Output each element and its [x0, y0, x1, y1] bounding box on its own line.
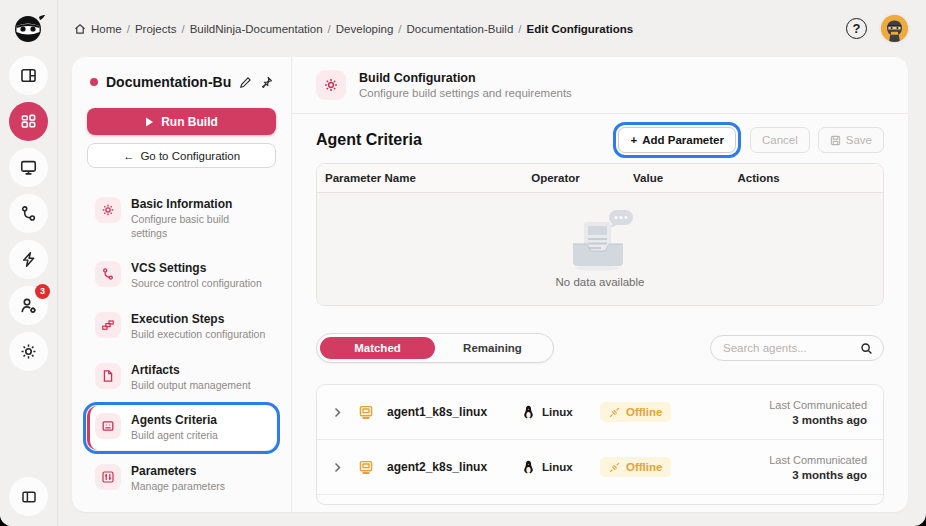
- sidebar-item-agents-criteria[interactable]: Agents Criteria Build agent criteria: [87, 406, 276, 450]
- agent-machine-icon: [358, 404, 374, 420]
- breadcrumb: Home / Projects / BuildNinja-Documentati…: [74, 23, 633, 35]
- table-header: Parameter Name Operator Value Actions: [317, 164, 883, 193]
- nav-text: Parameters Manage parameters: [131, 464, 225, 494]
- agent-os: Linux: [542, 406, 600, 418]
- search-icon[interactable]: [860, 342, 873, 355]
- agent-row-partial: [317, 495, 883, 504]
- tab-matched[interactable]: Matched: [320, 337, 435, 359]
- nav-desc: Manage parameters: [131, 480, 225, 494]
- sidebar-title-row: Documentation-Bu...: [87, 74, 276, 90]
- steps-icon: [95, 312, 121, 338]
- breadcrumb-separator: /: [127, 23, 130, 35]
- nav-text: Basic Information Configure basic build …: [131, 197, 268, 240]
- breadcrumb-item[interactable]: Documentation-Build: [407, 23, 514, 35]
- settings-gear-icon[interactable]: [9, 332, 48, 371]
- nav-desc: Build execution configuration: [131, 328, 265, 342]
- last-communicated-label: Last Communicated: [769, 399, 867, 411]
- sidebar-item-vcs-settings[interactable]: VCS Settings Source control configuratio…: [87, 254, 276, 298]
- sidebar-item-execution-steps[interactable]: Execution Steps Build execution configur…: [87, 305, 276, 349]
- nav-label: VCS Settings: [131, 261, 262, 276]
- edit-icon[interactable]: [239, 76, 252, 89]
- nav-label: Execution Steps: [131, 312, 265, 327]
- content-column: Home / Projects / BuildNinja-Documentati…: [58, 0, 926, 526]
- main-card: Documentation-Bu... Run Build: [72, 57, 908, 512]
- gear-icon: [95, 197, 121, 223]
- user-avatar[interactable]: [881, 15, 908, 42]
- go-to-configuration-button[interactable]: ← Go to Configuration: [87, 143, 276, 168]
- apps-grid-icon[interactable]: [9, 102, 48, 141]
- main-body: Agent Criteria + Add Parameter Cancel Sa…: [292, 114, 908, 512]
- column-parameter-name: Parameter Name: [325, 172, 531, 184]
- nav-desc: Source control configuration: [131, 277, 262, 291]
- play-icon: [145, 117, 154, 127]
- agent-search: [710, 335, 884, 361]
- file-icon: [95, 363, 121, 389]
- sidebar-item-artifacts[interactable]: Artifacts Build output management: [87, 356, 276, 400]
- run-build-label: Run Build: [161, 115, 218, 129]
- monitor-icon[interactable]: [9, 148, 48, 187]
- status-label: Offline: [626, 406, 662, 418]
- breadcrumb-separator: /: [181, 23, 184, 35]
- agent-machine-icon: [358, 459, 374, 475]
- status-badge: Offline: [600, 457, 671, 477]
- last-communicated: Last Communicated 3 months ago: [769, 399, 867, 426]
- column-value: Value: [633, 172, 738, 184]
- agent-name: agent2_k8s_linux: [387, 460, 522, 474]
- pin-icon[interactable]: [260, 76, 273, 89]
- lightning-icon[interactable]: [9, 240, 48, 279]
- go-to-configuration-label: Go to Configuration: [140, 150, 240, 162]
- nav-label: Parameters: [131, 464, 225, 479]
- panel-toggle-icon[interactable]: [9, 477, 48, 516]
- nav-text: Agents Criteria Build agent criteria: [131, 413, 218, 443]
- breadcrumb-item[interactable]: BuildNinja-Documentation: [190, 23, 323, 35]
- configuration-title: Documentation-Bu...: [106, 74, 231, 90]
- empty-inbox-illustration: [561, 210, 639, 272]
- breadcrumb-current: Edit Configurations: [527, 23, 634, 35]
- layout-icon[interactable]: [9, 56, 48, 95]
- agent-row[interactable]: agent1_k8s_linux Linux: [317, 385, 883, 440]
- save-label: Save: [846, 134, 872, 146]
- run-build-button[interactable]: Run Build: [87, 108, 276, 135]
- chevron-right-icon[interactable]: [333, 462, 342, 473]
- page-title: Build Configuration: [359, 71, 572, 85]
- breadcrumb-item[interactable]: Developing: [336, 23, 394, 35]
- app-window: 3 Home: [0, 0, 926, 526]
- last-communicated-value: 3 months ago: [769, 469, 867, 481]
- help-button[interactable]: ?: [846, 18, 867, 39]
- sidebar-item-parameters[interactable]: Parameters Manage parameters: [87, 457, 276, 501]
- agent-os: Linux: [542, 461, 600, 473]
- breadcrumb-separator: /: [398, 23, 401, 35]
- git-branch-icon[interactable]: [9, 194, 48, 233]
- status-label: Offline: [626, 461, 662, 473]
- user-gear-icon[interactable]: 3: [9, 286, 48, 325]
- breadcrumb-separator: /: [328, 23, 331, 35]
- chevron-right-icon[interactable]: [333, 407, 342, 418]
- save-icon: [830, 135, 841, 146]
- page-subtitle: Configure build settings and requirement…: [359, 87, 572, 99]
- agent-row[interactable]: agent2_k8s_linux Linux: [317, 440, 883, 495]
- topbar: Home / Projects / BuildNinja-Documentati…: [58, 0, 926, 57]
- sidebar-item-basic-information[interactable]: Basic Information Configure basic build …: [87, 190, 276, 247]
- nav-label: Agents Criteria: [131, 413, 218, 428]
- tab-remaining[interactable]: Remaining: [435, 337, 550, 359]
- nav-desc: Configure basic build settings: [131, 213, 268, 240]
- last-communicated-value: 3 months ago: [769, 414, 867, 426]
- add-parameter-label: Add Parameter: [642, 134, 724, 146]
- ninja-logo-icon: [9, 8, 49, 48]
- branch-icon: [95, 261, 121, 287]
- breadcrumb-item[interactable]: Projects: [135, 23, 177, 35]
- cancel-button[interactable]: Cancel: [750, 127, 810, 153]
- main-panel: Build Configuration Configure build sett…: [292, 57, 908, 512]
- breadcrumb-separator: /: [518, 23, 521, 35]
- breadcrumb-item[interactable]: Home: [91, 23, 122, 35]
- search-input[interactable]: [723, 342, 860, 354]
- params-icon: [95, 464, 121, 490]
- add-parameter-button[interactable]: + Add Parameter: [618, 127, 736, 153]
- status-badge: Offline: [600, 402, 671, 422]
- nav-label: Basic Information: [131, 197, 268, 212]
- home-icon: [74, 23, 86, 35]
- save-button[interactable]: Save: [818, 127, 884, 153]
- nav-desc: Build agent criteria: [131, 429, 218, 443]
- empty-state: No data available: [317, 193, 883, 305]
- status-dot: [90, 78, 98, 86]
